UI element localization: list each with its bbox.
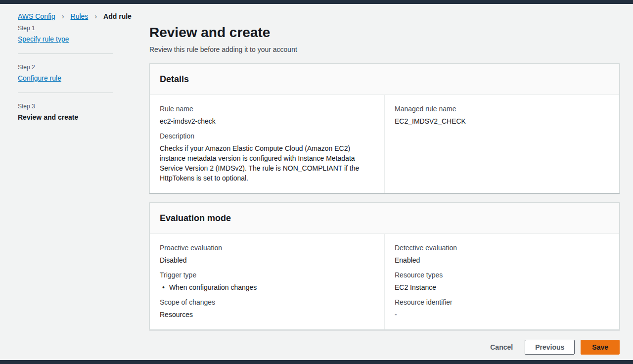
chevron-right-icon: › bbox=[94, 12, 97, 20]
field-value: • When configuration changes bbox=[160, 282, 374, 292]
evaluation-right-column: Detective evaluation Enabled Resource ty… bbox=[384, 234, 619, 329]
breadcrumb-current-add-rule: Add rule bbox=[103, 12, 132, 20]
details-right-column: Managed rule name EC2_IMDSV2_CHECK bbox=[384, 95, 619, 193]
field-scope-of-changes: Scope of changes Resources bbox=[160, 298, 374, 319]
field-label: Resource types bbox=[395, 271, 609, 279]
field-value: ec2-imdsv2-check bbox=[160, 116, 374, 126]
wizard-step-3: Step 3 Review and create bbox=[18, 103, 113, 121]
breadcrumb-link-aws-config[interactable]: AWS Config bbox=[18, 12, 55, 20]
field-resource-identifier: Resource identifier - bbox=[395, 298, 609, 319]
field-value: EC2 Instance bbox=[395, 282, 609, 292]
field-resource-types: Resource types EC2 Instance bbox=[395, 271, 609, 292]
footer-actions: Cancel Previous Save bbox=[149, 340, 620, 355]
field-value: Checks if your Amazon Elastic Compute Cl… bbox=[160, 143, 374, 183]
details-card-header: Details bbox=[150, 64, 619, 95]
step-current-review-and-create: Review and create bbox=[18, 113, 113, 121]
step-number: Step 3 bbox=[18, 103, 113, 110]
field-value: EC2_IMDSV2_CHECK bbox=[395, 116, 609, 126]
step-divider bbox=[18, 53, 113, 54]
field-label: Proactive evaluation bbox=[160, 244, 374, 252]
evaluation-mode-card-title: Evaluation mode bbox=[160, 212, 609, 224]
bullet-icon: • bbox=[162, 282, 165, 292]
wizard-step-1: Step 1 Specify rule type bbox=[18, 25, 113, 43]
field-detective-evaluation: Detective evaluation Enabled bbox=[395, 244, 609, 265]
previous-button[interactable]: Previous bbox=[525, 340, 575, 355]
field-description: Description Checks if your Amazon Elasti… bbox=[160, 132, 374, 183]
details-card: Details Rule name ec2-imdsv2-check Descr… bbox=[149, 63, 620, 193]
window-bottom-edge bbox=[0, 360, 633, 364]
field-value: Resources bbox=[160, 310, 374, 319]
field-label: Scope of changes bbox=[160, 298, 374, 306]
field-label: Trigger type bbox=[160, 271, 374, 279]
field-value: Enabled bbox=[395, 255, 609, 265]
evaluation-mode-card-body: Proactive evaluation Disabled Trigger ty… bbox=[150, 234, 619, 329]
evaluation-mode-card-header: Evaluation mode bbox=[150, 203, 619, 234]
wizard-steps-nav: Step 1 Specify rule type Step 2 Configur… bbox=[18, 25, 113, 121]
trigger-type-value: When configuration changes bbox=[169, 282, 257, 292]
window-top-edge bbox=[0, 0, 633, 4]
breadcrumb-link-rules[interactable]: Rules bbox=[71, 12, 89, 20]
step-number: Step 2 bbox=[18, 64, 113, 71]
chevron-right-icon: › bbox=[62, 12, 64, 20]
field-value: - bbox=[395, 310, 609, 319]
details-left-column: Rule name ec2-imdsv2-check Description C… bbox=[150, 95, 384, 193]
field-managed-rule-name: Managed rule name EC2_IMDSV2_CHECK bbox=[395, 105, 609, 126]
evaluation-left-column: Proactive evaluation Disabled Trigger ty… bbox=[150, 234, 384, 329]
details-card-body: Rule name ec2-imdsv2-check Description C… bbox=[150, 95, 619, 193]
cancel-button[interactable]: Cancel bbox=[484, 340, 519, 355]
page-title: Review and create bbox=[149, 24, 620, 42]
step-link-specify-rule-type[interactable]: Specify rule type bbox=[18, 35, 69, 43]
field-label: Detective evaluation bbox=[395, 244, 609, 252]
field-rule-name: Rule name ec2-imdsv2-check bbox=[160, 105, 374, 126]
evaluation-mode-card: Evaluation mode Proactive evaluation Dis… bbox=[149, 202, 620, 330]
breadcrumb: AWS Config › Rules › Add rule bbox=[18, 12, 132, 20]
field-label: Managed rule name bbox=[395, 105, 609, 113]
wizard-step-2: Step 2 Configure rule bbox=[18, 64, 113, 82]
field-label: Resource identifier bbox=[395, 298, 609, 306]
field-trigger-type: Trigger type • When configuration change… bbox=[160, 271, 374, 292]
main-content: Review and create Review this rule befor… bbox=[149, 24, 620, 355]
save-button[interactable]: Save bbox=[581, 340, 620, 355]
field-label: Rule name bbox=[160, 105, 374, 113]
step-number: Step 1 bbox=[18, 25, 113, 32]
field-label: Description bbox=[160, 132, 374, 140]
field-proactive-evaluation: Proactive evaluation Disabled bbox=[160, 244, 374, 265]
step-link-configure-rule[interactable]: Configure rule bbox=[18, 74, 61, 82]
details-card-title: Details bbox=[160, 73, 609, 85]
page-subtitle: Review this rule before adding it to you… bbox=[149, 45, 620, 54]
step-divider bbox=[18, 92, 113, 93]
field-value: Disabled bbox=[160, 255, 374, 265]
